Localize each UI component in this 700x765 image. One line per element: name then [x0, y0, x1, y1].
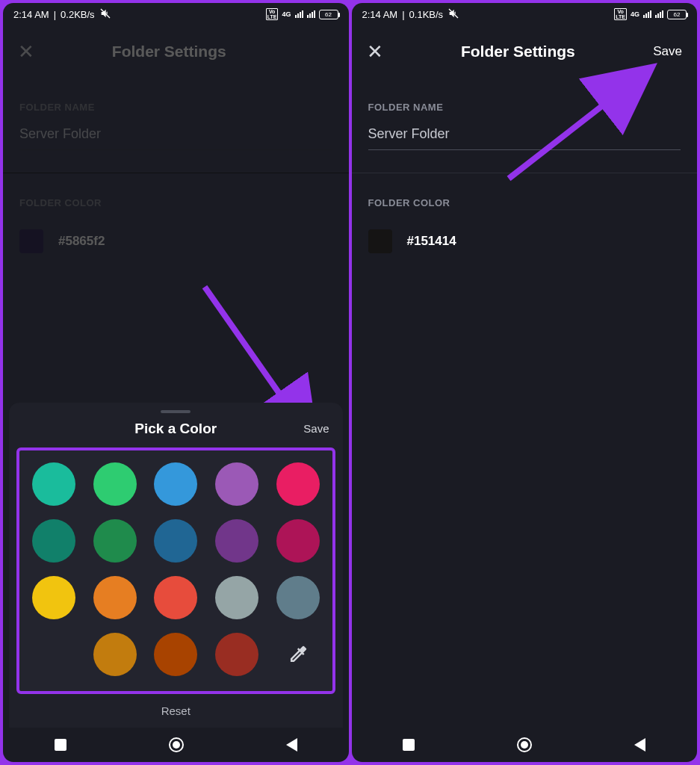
android-navbar: [3, 728, 349, 762]
color-swatch[interactable]: [154, 633, 197, 676]
signal-bars-icon: [307, 10, 315, 18]
color-swatch[interactable]: [276, 576, 320, 619]
network-4g: 4G: [631, 11, 639, 18]
folder-name-label: FOLDER NAME: [3, 78, 349, 120]
phone-left: 2:14 AM | 0.2KB/s VoLTE 4G 62 ✕ Folder S…: [3, 3, 349, 762]
page-title: Folder Settings: [112, 43, 226, 61]
battery-icon: 62: [667, 10, 687, 19]
color-swatch[interactable]: [215, 576, 258, 619]
color-swatch[interactable]: [215, 633, 258, 676]
mute-icon: [447, 7, 459, 22]
color-swatch[interactable]: [93, 633, 137, 676]
folder-name-label: FOLDER NAME: [352, 78, 698, 120]
app-header: ✕ Folder Settings: [3, 25, 349, 78]
color-swatch[interactable]: [154, 576, 197, 619]
sheet-handle[interactable]: [161, 410, 191, 413]
sheet-save-button[interactable]: Save: [303, 422, 329, 435]
folder-color-hex: #5865f2: [58, 234, 105, 249]
folder-color-label: FOLDER COLOR: [352, 173, 698, 216]
color-swatch[interactable]: [93, 519, 137, 563]
color-swatch[interactable]: [215, 462, 258, 506]
save-button[interactable]: Save: [653, 44, 682, 59]
color-swatch[interactable]: [32, 576, 75, 619]
color-swatch[interactable]: [154, 519, 197, 563]
status-time: 2:14 AM: [13, 9, 49, 20]
color-swatch[interactable]: [276, 519, 320, 563]
signal-bars-icon: [643, 10, 651, 18]
color-swatch[interactable]: [154, 462, 197, 506]
nav-recent-button[interactable]: [55, 739, 66, 751]
color-picker-sheet: Pick a Color Save Reset: [9, 403, 343, 728]
android-navbar: [352, 728, 698, 762]
folder-color-row[interactable]: #151414: [352, 216, 698, 267]
mute-icon: [99, 7, 111, 22]
signal-bars-icon: [295, 10, 303, 18]
network-4g: 4G: [282, 11, 291, 18]
color-swatch[interactable]: [93, 576, 137, 619]
folder-color-swatch: [19, 229, 43, 253]
status-bar: 2:14 AM | 0.1KB/s VoLTE 4G 62: [352, 3, 698, 25]
color-palette: [16, 447, 335, 694]
folder-color-row[interactable]: #5865f2: [3, 216, 349, 267]
status-speed: 0.1KB/s: [409, 9, 444, 20]
page-title: Folder Settings: [461, 43, 575, 61]
folder-color-swatch: [368, 229, 392, 253]
status-time: 2:14 AM: [362, 9, 398, 20]
volte-icon: VoLTE: [614, 8, 627, 20]
sheet-title: Pick a Color: [134, 421, 217, 437]
volte-icon: VoLTE: [266, 8, 279, 20]
nav-home-button[interactable]: [169, 737, 184, 752]
color-swatch[interactable]: [215, 519, 258, 563]
folder-name-input[interactable]: [19, 120, 332, 150]
signal-bars-icon: [655, 10, 663, 18]
nav-back-button[interactable]: [286, 738, 297, 752]
close-icon[interactable]: ✕: [18, 42, 34, 61]
color-swatch[interactable]: [93, 462, 137, 506]
phone-right: 2:14 AM | 0.1KB/s VoLTE 4G 62 ✕ Folder S…: [352, 3, 698, 762]
color-swatch[interactable]: [32, 519, 75, 563]
folder-color-label: FOLDER COLOR: [3, 173, 349, 216]
folder-name-input[interactable]: [368, 120, 681, 150]
nav-back-button[interactable]: [634, 738, 645, 752]
battery-icon: 62: [319, 10, 338, 19]
close-icon[interactable]: ✕: [367, 42, 383, 61]
status-speed: 0.2KB/s: [61, 9, 95, 20]
color-swatch[interactable]: [32, 462, 75, 506]
nav-home-button[interactable]: [517, 737, 532, 752]
reset-button[interactable]: Reset: [9, 697, 343, 717]
eyedropper-icon[interactable]: [276, 633, 320, 676]
folder-color-hex: #151414: [407, 234, 456, 249]
app-header: ✕ Folder Settings Save: [352, 25, 698, 78]
nav-recent-button[interactable]: [403, 739, 415, 751]
color-swatch[interactable]: [276, 462, 320, 506]
status-bar: 2:14 AM | 0.2KB/s VoLTE 4G 62: [3, 3, 349, 25]
